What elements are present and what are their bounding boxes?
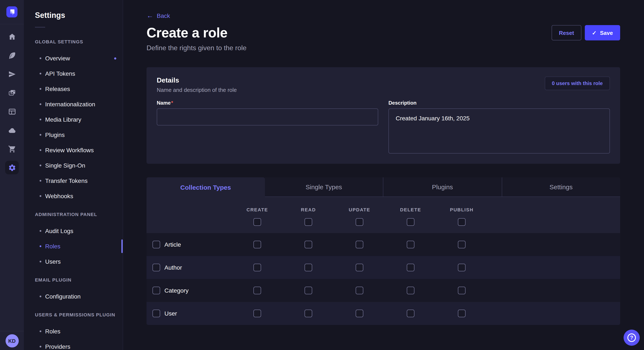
row-article-checkbox[interactable] (152, 241, 160, 248)
question-mark-icon: ? (628, 334, 636, 342)
article-publish-checkbox[interactable] (458, 241, 466, 248)
row-label: Author (164, 264, 182, 271)
tab-single-types[interactable]: Single Types (265, 177, 383, 197)
cloud-icon (8, 126, 16, 134)
subnav-item-review-workflows[interactable]: Review Workflows (24, 143, 123, 158)
category-delete-checkbox[interactable] (407, 287, 414, 294)
subnav-item-audit-logs[interactable]: Audit Logs (24, 223, 123, 239)
nav-home-button[interactable] (5, 30, 19, 43)
subnav-item-plugins[interactable]: Plugins (24, 127, 123, 143)
page-title: Create a role (146, 24, 228, 41)
permissions-panel: Collection TypesSingle TypesPluginsSetti… (146, 177, 620, 325)
description-label: Description (388, 100, 610, 106)
user-update-checkbox[interactable] (356, 310, 363, 317)
select-all-publish-checkbox[interactable] (458, 218, 466, 226)
subnav-item-webhooks[interactable]: Webhooks (24, 188, 123, 204)
user-delete-checkbox[interactable] (407, 310, 414, 317)
subnav-title-divider (35, 27, 45, 28)
permission-cell (334, 287, 385, 294)
nav-media-button[interactable] (5, 86, 19, 100)
article-read-checkbox[interactable] (304, 241, 312, 248)
notification-dot (114, 57, 116, 59)
subnav-item-label: Audit Logs (45, 227, 73, 234)
users-with-role-button[interactable]: 0 users with this role (544, 77, 610, 90)
subnav-section-header: GLOBAL SETTINGS (24, 38, 123, 45)
subnav-item-label: API Tokens (45, 70, 75, 77)
help-button[interactable]: ? (624, 330, 640, 346)
subnav-item-releases[interactable]: Releases (24, 81, 123, 97)
author-update-checkbox[interactable] (356, 264, 363, 271)
category-publish-checkbox[interactable] (458, 287, 466, 294)
nav-cloud-button[interactable] (5, 123, 19, 137)
header-actions: Reset ✓ Save (552, 25, 620, 40)
category-update-checkbox[interactable] (356, 287, 363, 294)
main-content: ← Back Create a role Reset ✓ Save Define… (123, 0, 644, 350)
select-all-cell (334, 218, 385, 226)
column-header-update: UPDATE (334, 207, 385, 212)
nav-settings-button[interactable] (5, 161, 19, 174)
tab-collection-types[interactable]: Collection Types (146, 177, 265, 197)
subnav-item-label: Providers (45, 343, 70, 350)
save-button[interactable]: ✓ Save (584, 25, 620, 40)
nav-layout-button[interactable] (5, 105, 19, 118)
user-read-checkbox[interactable] (304, 310, 312, 317)
tab-settings[interactable]: Settings (502, 177, 620, 197)
article-create-checkbox[interactable] (254, 241, 261, 248)
name-label: Name* (157, 100, 378, 106)
nav-send-button[interactable] (5, 67, 19, 81)
tab-plugins[interactable]: Plugins (383, 177, 502, 197)
user-create-checkbox[interactable] (254, 310, 261, 317)
subnav-item-roles[interactable]: Roles (24, 239, 123, 254)
subnav-item-label: Single Sign-On (45, 162, 85, 169)
row-user-checkbox[interactable] (152, 310, 160, 317)
column-header-read: READ (283, 207, 334, 212)
header-label-spacer (146, 207, 232, 212)
permission-cell (436, 264, 487, 271)
permission-cell (283, 241, 334, 248)
nav-cart-button[interactable] (5, 142, 19, 156)
user-publish-checkbox[interactable] (458, 310, 466, 317)
select-all-delete-checkbox[interactable] (407, 218, 414, 226)
strapi-logo-icon (6, 6, 18, 17)
subnav-item-media-library[interactable]: Media Library (24, 112, 123, 127)
select-all-read-checkbox[interactable] (304, 218, 312, 226)
article-delete-checkbox[interactable] (407, 241, 414, 248)
subnav-item-transfer-tokens[interactable]: Transfer Tokens (24, 173, 123, 188)
strapi-logo[interactable] (6, 6, 18, 17)
author-read-checkbox[interactable] (304, 264, 312, 271)
subnav-item-overview[interactable]: Overview (24, 51, 123, 66)
row-category-checkbox[interactable] (152, 287, 160, 294)
reset-button[interactable]: Reset (552, 25, 582, 40)
subnav-item-configuration[interactable]: Configuration (24, 289, 123, 304)
avatar[interactable]: KD (5, 334, 18, 348)
permission-cell (232, 264, 283, 271)
subnav-item-api-tokens[interactable]: API Tokens (24, 66, 123, 81)
subnav-item-providers[interactable]: Providers (24, 339, 123, 350)
author-create-checkbox[interactable] (254, 264, 261, 271)
name-input[interactable] (157, 108, 378, 126)
permission-row-author: Author (146, 256, 620, 279)
row-author-checkbox[interactable] (152, 264, 160, 271)
subnav-item-label: Internationalization (45, 101, 95, 108)
author-publish-checkbox[interactable] (458, 264, 466, 271)
subnav-item-single-sign-on[interactable]: Single Sign-On (24, 158, 123, 173)
select-all-update-checkbox[interactable] (356, 218, 363, 226)
back-link[interactable]: ← Back (146, 11, 170, 20)
permissions-tabs: Collection TypesSingle TypesPluginsSetti… (146, 177, 620, 197)
nav-feather-button[interactable] (5, 48, 19, 62)
cart-icon (8, 145, 16, 153)
article-update-checkbox[interactable] (356, 241, 363, 248)
subnav-item-internationalization[interactable]: Internationalization (24, 97, 123, 112)
description-input[interactable]: Created January 16th, 2025 (388, 108, 610, 154)
author-delete-checkbox[interactable] (407, 264, 414, 271)
select-all-create-checkbox[interactable] (254, 218, 261, 226)
category-read-checkbox[interactable] (304, 287, 312, 294)
permission-cell (232, 287, 283, 294)
permission-cell (436, 287, 487, 294)
subnav-item-users[interactable]: Users (24, 254, 123, 269)
subnav-item-label: Overview (45, 55, 70, 62)
category-create-checkbox[interactable] (254, 287, 261, 294)
column-header-create: CREATE (232, 207, 283, 212)
permission-row-user: User (146, 302, 620, 325)
subnav-item-roles[interactable]: Roles (24, 324, 123, 339)
